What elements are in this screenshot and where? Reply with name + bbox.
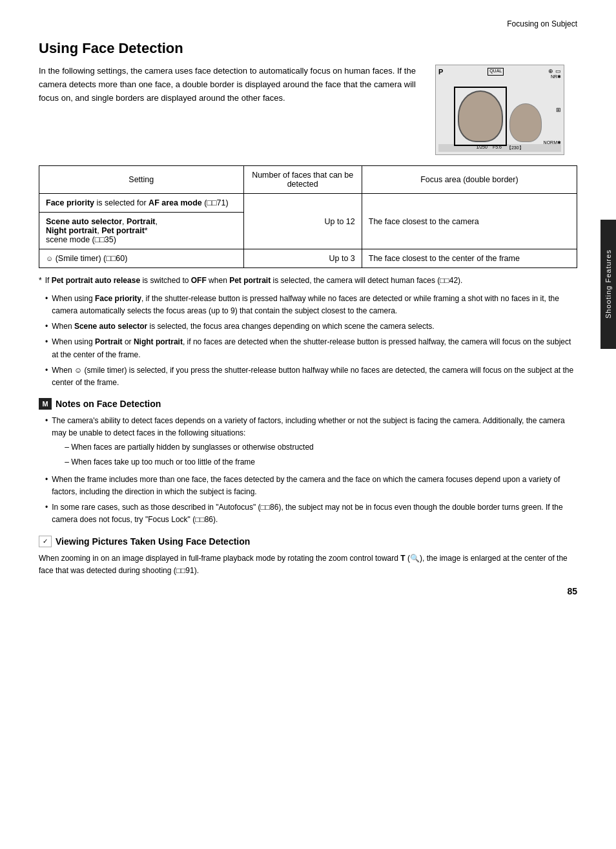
notes-header: M Notes on Face Detection [39, 398, 577, 410]
camera-top-bar: P QUAL ⊕ ▭ [438, 68, 561, 76]
camera-image: P QUAL ⊕ ▭ NR✱ ⊞ NORM✱ [435, 65, 577, 155]
notes-bullet-item: • In some rare cases, such as those desc… [45, 501, 577, 526]
page-title: Using Face Detection [39, 40, 577, 57]
viewing-header: ✓ Viewing Pictures Taken Using Face Dete… [39, 536, 577, 547]
row3-setting: ☺ (Smile timer) (□□60) [39, 249, 244, 268]
row1-faces: Up to 12 [243, 194, 362, 249]
cam-qual: QUAL [488, 68, 504, 76]
face-figure [458, 90, 542, 142]
cam-aperture: F5.6 [493, 145, 502, 151]
sub-bullet-item: – When faces take up too much or too lit… [65, 456, 577, 468]
notes-bullet-item: • When the frame includes more than one … [45, 474, 577, 498]
bullet-item: • When ☺ (smile timer) is selected, if y… [45, 364, 577, 389]
bullet-item: • When using Portrait or Night portrait,… [45, 336, 577, 361]
viewing-section: ✓ Viewing Pictures Taken Using Face Dete… [39, 536, 577, 577]
footnote-star-row: * If Pet portrait auto release is switch… [39, 275, 577, 288]
detection-table: Setting Number of faces that can be dete… [39, 165, 577, 268]
cam-icon-mid: ⊞ [556, 107, 561, 113]
viewing-icon: ✓ [39, 536, 52, 547]
sub-bullet-item: – When faces are partially hidden by sun… [65, 441, 577, 454]
notes-bullets: • The camera's ability to detect faces d… [45, 415, 577, 527]
cam-nr: NR✱ [551, 74, 561, 79]
col-setting-header: Setting [39, 166, 244, 194]
cam-iso: 【230】 [507, 145, 524, 151]
sub-bullet-list: – When faces are partially hidden by sun… [65, 441, 577, 468]
viewing-text: When zooming in on an image displayed in… [39, 552, 577, 577]
face-small [509, 103, 542, 142]
face-main-container [458, 90, 503, 142]
footnote-star: * [39, 275, 42, 288]
face-main [458, 90, 503, 142]
footnote-star-text: If Pet portrait auto release is switched… [45, 275, 463, 288]
cam-shutter: 1/250 [476, 145, 488, 151]
bullet-item: • When Scene auto selector is selected, … [45, 320, 577, 333]
footnotes: * If Pet portrait auto release is switch… [39, 275, 577, 288]
notes-bullet-item: • The camera's ability to detect faces d… [45, 415, 577, 470]
table-row: ☺ (Smile timer) (□□60) Up to 3 The face … [39, 249, 577, 268]
notes-icon: M [39, 398, 52, 410]
row1-focus: The face closest to the camera [362, 194, 577, 249]
row3-focus: The face closest to the center of the fr… [362, 249, 577, 268]
row1-setting: Face priority is selected for AF area mo… [39, 194, 244, 213]
footnote-bullets: • When using Face priority, if the shutt… [45, 293, 577, 389]
notes-section: M Notes on Face Detection • The camera's… [39, 398, 577, 527]
page-header: Focusing on Subject [39, 19, 577, 28]
notes-title: Notes on Face Detection [56, 399, 161, 409]
row3-faces: Up to 3 [243, 249, 362, 268]
table-row: Face priority is selected for AF area mo… [39, 194, 577, 213]
intro-text: In the following settings, the camera us… [39, 65, 422, 155]
camera-screen: P QUAL ⊕ ▭ NR✱ ⊞ NORM✱ [435, 65, 564, 155]
camera-bottom-bar: 1/250 F5.6 【230】 [438, 144, 561, 152]
intro-section: In the following settings, the camera us… [39, 65, 577, 155]
col-focus-header: Focus area (double border) [362, 166, 577, 194]
row2-setting: Scene auto selector, Portrait, Night por… [39, 213, 244, 249]
col-faces-header: Number of faces that can be detected [243, 166, 362, 194]
cam-mode: P [438, 68, 443, 76]
smile-icon: ☺ [46, 255, 53, 262]
bullet-item: • When using Face priority, if the shutt… [45, 293, 577, 317]
viewing-title: Viewing Pictures Taken Using Face Detect… [56, 536, 250, 547]
page-number: 85 [567, 586, 577, 596]
